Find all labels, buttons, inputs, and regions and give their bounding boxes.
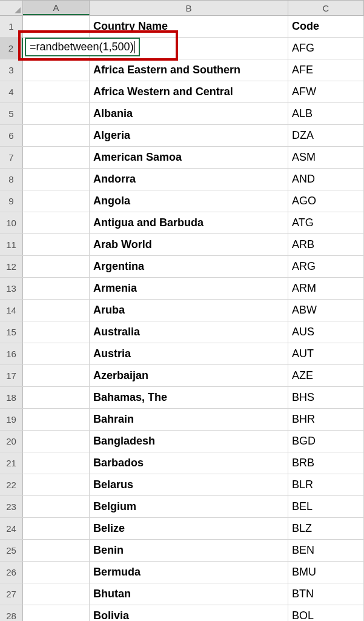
cell-a14[interactable] <box>23 300 90 321</box>
cell-a21[interactable] <box>23 452 90 474</box>
cell-c14[interactable]: ABW <box>288 300 364 321</box>
cell-b22[interactable]: Belarus <box>90 474 288 495</box>
cell-b27[interactable]: Bhutan <box>90 583 288 605</box>
cell-b3[interactable]: Africa Eastern and Southern <box>90 59 288 81</box>
cell-c12[interactable]: ARG <box>288 256 364 277</box>
row-header-12[interactable]: 12 <box>0 256 23 277</box>
cell-a28[interactable] <box>23 605 90 621</box>
cell-a11[interactable] <box>23 234 90 255</box>
cell-c7[interactable]: ASM <box>288 147 364 168</box>
cell-c9[interactable]: AGO <box>288 190 364 212</box>
row-header-10[interactable]: 10 <box>0 212 23 233</box>
row-header-23[interactable]: 23 <box>0 496 23 517</box>
cell-b23[interactable]: Belgium <box>90 496 288 517</box>
row-header-27[interactable]: 27 <box>0 583 23 605</box>
cell-b15[interactable]: Australia <box>90 321 288 343</box>
row-header-28[interactable]: 28 <box>0 605 23 621</box>
cell-a12[interactable] <box>23 256 90 277</box>
row-header-13[interactable]: 13 <box>0 278 23 299</box>
cell-a18[interactable] <box>23 387 90 408</box>
row-header-14[interactable]: 14 <box>0 300 23 321</box>
cell-b12[interactable]: Argentina <box>90 256 288 277</box>
cell-a23[interactable] <box>23 496 90 517</box>
row-header-22[interactable]: 22 <box>0 474 23 495</box>
cell-a20[interactable] <box>23 431 90 452</box>
cell-b25[interactable]: Benin <box>90 540 288 561</box>
row-header-5[interactable]: 5 <box>0 103 23 124</box>
row-header-9[interactable]: 9 <box>0 190 23 212</box>
cell-c11[interactable]: ARB <box>288 234 364 255</box>
cell-b1[interactable]: Country Name <box>90 16 288 37</box>
cell-c8[interactable]: AND <box>288 169 364 190</box>
cell-b17[interactable]: Azerbaijan <box>90 365 288 386</box>
cell-b28[interactable]: Bolivia <box>90 605 288 621</box>
cell-c26[interactable]: BMU <box>288 562 364 583</box>
cell-a22[interactable] <box>23 474 90 495</box>
cell-a2-editing[interactable]: =randbetween(1,500) <box>25 38 140 56</box>
cell-c6[interactable]: DZA <box>288 125 364 146</box>
row-header-11[interactable]: 11 <box>0 234 23 255</box>
cell-b5[interactable]: Albania <box>90 103 288 124</box>
cell-b6[interactable]: Algeria <box>90 125 288 146</box>
cell-b14[interactable]: Aruba <box>90 300 288 321</box>
cell-a13[interactable] <box>23 278 90 299</box>
cell-b4[interactable]: Africa Western and Central <box>90 81 288 102</box>
row-header-26[interactable]: 26 <box>0 562 23 583</box>
cell-c20[interactable]: BGD <box>288 431 364 452</box>
row-header-7[interactable]: 7 <box>0 147 23 168</box>
cell-b16[interactable]: Austria <box>90 343 288 364</box>
cell-a1[interactable] <box>23 16 90 37</box>
cell-c24[interactable]: BLZ <box>288 518 364 539</box>
row-header-2[interactable]: 2 <box>0 38 23 59</box>
cell-a15[interactable] <box>23 321 90 343</box>
cell-b19[interactable]: Bahrain <box>90 409 288 430</box>
cell-a17[interactable] <box>23 365 90 386</box>
cell-c16[interactable]: AUT <box>288 343 364 364</box>
row-header-21[interactable]: 21 <box>0 452 23 474</box>
column-header-a[interactable]: A <box>23 1 90 15</box>
row-header-8[interactable]: 8 <box>0 169 23 190</box>
cell-c28[interactable]: BOL <box>288 605 364 621</box>
row-header-20[interactable]: 20 <box>0 431 23 452</box>
cell-a4[interactable] <box>23 81 90 102</box>
cell-a25[interactable] <box>23 540 90 561</box>
row-header-16[interactable]: 16 <box>0 343 23 364</box>
row-header-1[interactable]: 1 <box>0 16 23 37</box>
cell-b8[interactable]: Andorra <box>90 169 288 190</box>
cell-a8[interactable] <box>23 169 90 190</box>
cell-a24[interactable] <box>23 518 90 539</box>
cell-c23[interactable]: BEL <box>288 496 364 517</box>
cell-a9[interactable] <box>23 190 90 212</box>
row-header-25[interactable]: 25 <box>0 540 23 561</box>
cell-b7[interactable]: American Samoa <box>90 147 288 168</box>
cell-c5[interactable]: ALB <box>288 103 364 124</box>
cell-a27[interactable] <box>23 583 90 605</box>
cell-a6[interactable] <box>23 125 90 146</box>
cell-b20[interactable]: Bangladesh <box>90 431 288 452</box>
cell-c18[interactable]: BHS <box>288 387 364 408</box>
cell-b24[interactable]: Belize <box>90 518 288 539</box>
row-header-24[interactable]: 24 <box>0 518 23 539</box>
row-header-17[interactable]: 17 <box>0 365 23 386</box>
cell-b11[interactable]: Arab World <box>90 234 288 255</box>
row-header-15[interactable]: 15 <box>0 321 23 343</box>
cell-a3[interactable] <box>23 59 90 81</box>
row-header-19[interactable]: 19 <box>0 409 23 430</box>
cell-a5[interactable] <box>23 103 90 124</box>
cell-b26[interactable]: Bermuda <box>90 562 288 583</box>
cell-a7[interactable] <box>23 147 90 168</box>
row-header-6[interactable]: 6 <box>0 125 23 146</box>
cell-b21[interactable]: Barbados <box>90 452 288 474</box>
cell-c2[interactable]: AFG <box>288 38 364 59</box>
cell-b13[interactable]: Armenia <box>90 278 288 299</box>
cell-a19[interactable] <box>23 409 90 430</box>
cell-c17[interactable]: AZE <box>288 365 364 386</box>
cell-c10[interactable]: ATG <box>288 212 364 233</box>
cell-c13[interactable]: ARM <box>288 278 364 299</box>
cell-c27[interactable]: BTN <box>288 583 364 605</box>
cell-b18[interactable]: Bahamas, The <box>90 387 288 408</box>
cell-c19[interactable]: BHR <box>288 409 364 430</box>
cell-c4[interactable]: AFW <box>288 81 364 102</box>
cell-b10[interactable]: Antigua and Barbuda <box>90 212 288 233</box>
cell-a26[interactable] <box>23 562 90 583</box>
